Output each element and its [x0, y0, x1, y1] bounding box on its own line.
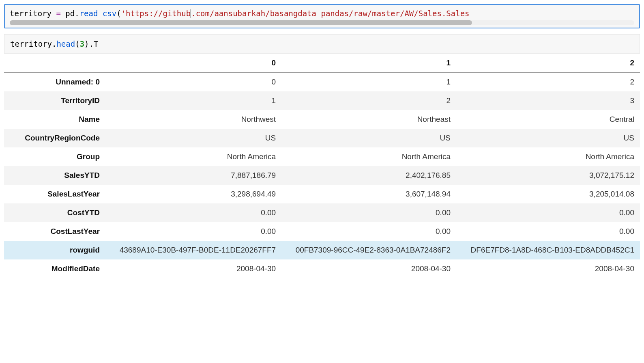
- table-cell: US: [281, 129, 456, 147]
- table-cell: 43689A10-E30B-497F-B0DE-11DE20267FF7: [105, 241, 281, 259]
- table-cell: 7,887,186.79: [105, 166, 281, 185]
- table-cell: North America: [105, 147, 281, 166]
- table-cell: 2,402,176.85: [281, 166, 456, 185]
- code-token-lparen: (: [116, 9, 121, 18]
- table-col-header: 0: [105, 54, 281, 73]
- table-cell: North America: [281, 147, 456, 166]
- table-row-label: CostLastYear: [4, 222, 105, 241]
- table-row: SalesYTD7,887,186.792,402,176.853,072,17…: [4, 166, 640, 185]
- table-cell: 0.00: [281, 222, 456, 241]
- code-token-rparen2: ): [84, 39, 89, 48]
- table-corner: [4, 54, 105, 73]
- table-cell: Northwest: [105, 110, 281, 129]
- code-token-attr: T: [94, 39, 98, 48]
- table-row: NameNorthwestNortheastCentral: [4, 110, 640, 129]
- table-row-label: ModifiedDate: [4, 259, 105, 278]
- table-row: SalesLastYear3,298,694.493,607,148.943,2…: [4, 185, 640, 203]
- code-token-num: 3: [80, 39, 84, 48]
- table-row-label: SalesLastYear: [4, 185, 105, 203]
- table-cell: 0.00: [456, 203, 640, 222]
- table-row-label: CostYTD: [4, 203, 105, 222]
- table-row-label: SalesYTD: [4, 166, 105, 185]
- table-row-label: Unnamed: 0: [4, 73, 105, 92]
- code-token-dot2a: .: [52, 39, 56, 48]
- dataframe-output: 0 1 2 Unnamed: 0012TerritoryID123NameNor…: [4, 54, 640, 278]
- table-cell: Central: [456, 110, 640, 129]
- code-line-2[interactable]: territory.head(3).T: [10, 39, 634, 48]
- table-row-label: CountryRegionCode: [4, 129, 105, 147]
- scrollbar-thumb[interactable]: [10, 20, 472, 25]
- code-token-obj: pd: [65, 9, 75, 18]
- table-cell: 00FB7309-96CC-49E2-8363-0A1BA72486F2: [281, 241, 456, 259]
- table-row-label: TerritoryID: [4, 91, 105, 110]
- table-cell: 2008-04-30: [105, 259, 281, 278]
- table-cell: 0.00: [456, 222, 640, 241]
- table-row-label: Name: [4, 110, 105, 129]
- table-cell: 3,607,148.94: [281, 185, 456, 203]
- table-cell: 1: [281, 73, 456, 92]
- table-header-row: 0 1 2: [4, 54, 640, 73]
- code-token-dot: .: [75, 9, 79, 18]
- horizontal-scrollbar[interactable]: [10, 20, 634, 25]
- table-cell: 2008-04-30: [281, 259, 456, 278]
- code-line-1[interactable]: territory = pd.read_csv('https://github.…: [10, 9, 634, 18]
- code-token-dot2b: .: [89, 39, 94, 48]
- code-token-func: read_csv: [79, 9, 117, 18]
- table-row-label: rowguid: [4, 241, 105, 259]
- table-cell: 3: [456, 91, 640, 110]
- code-token-str-a: 'https://github: [121, 9, 191, 18]
- table-cell: 0.00: [281, 203, 456, 222]
- table-row: CostLastYear0.000.000.00: [4, 222, 640, 241]
- table-cell: 2: [281, 91, 456, 110]
- table-cell: 3,205,014.08: [456, 185, 640, 203]
- code-cell-1[interactable]: territory = pd.read_csv('https://github.…: [4, 4, 640, 28]
- code-token-var: territory: [10, 9, 56, 18]
- code-token-str-b: .com/aansubarkah/basangdata_pandas/raw/m…: [191, 9, 469, 18]
- table-row: CostYTD0.000.000.00: [4, 203, 640, 222]
- table-cell: 0.00: [105, 222, 281, 241]
- table-row: Unnamed: 0012: [4, 73, 640, 92]
- table-cell: US: [105, 129, 281, 147]
- table-cell: 3,298,694.49: [105, 185, 281, 203]
- table-cell: 2: [456, 73, 640, 92]
- code-token-lparen2: (: [75, 39, 79, 48]
- code-token-var2: territory: [10, 39, 52, 48]
- table-row: CountryRegionCodeUSUSUS: [4, 129, 640, 147]
- table-col-header: 2: [456, 54, 640, 73]
- code-token-func2: head: [56, 39, 75, 48]
- code-cell-2[interactable]: territory.head(3).T: [4, 34, 640, 54]
- table-row: GroupNorth AmericaNorth AmericaNorth Ame…: [4, 147, 640, 166]
- table-cell: North America: [456, 147, 640, 166]
- table-cell: 0.00: [105, 203, 281, 222]
- code-token-op: =: [56, 9, 65, 18]
- table-cell: 0: [105, 73, 281, 92]
- table-col-header: 1: [281, 54, 456, 73]
- table-row: TerritoryID123: [4, 91, 640, 110]
- table-cell: 1: [105, 91, 281, 110]
- table-cell: 2008-04-30: [456, 259, 640, 278]
- table-row: rowguid43689A10-E30B-497F-B0DE-11DE20267…: [4, 241, 640, 259]
- table-row-label: Group: [4, 147, 105, 166]
- table-cell: 3,072,175.12: [456, 166, 640, 185]
- table-row: ModifiedDate2008-04-302008-04-302008-04-…: [4, 259, 640, 278]
- table-cell: Northeast: [281, 110, 456, 129]
- table-cell: US: [456, 129, 640, 147]
- table-cell: DF6E7FD8-1A8D-468C-B103-ED8ADDB452C1: [456, 241, 640, 259]
